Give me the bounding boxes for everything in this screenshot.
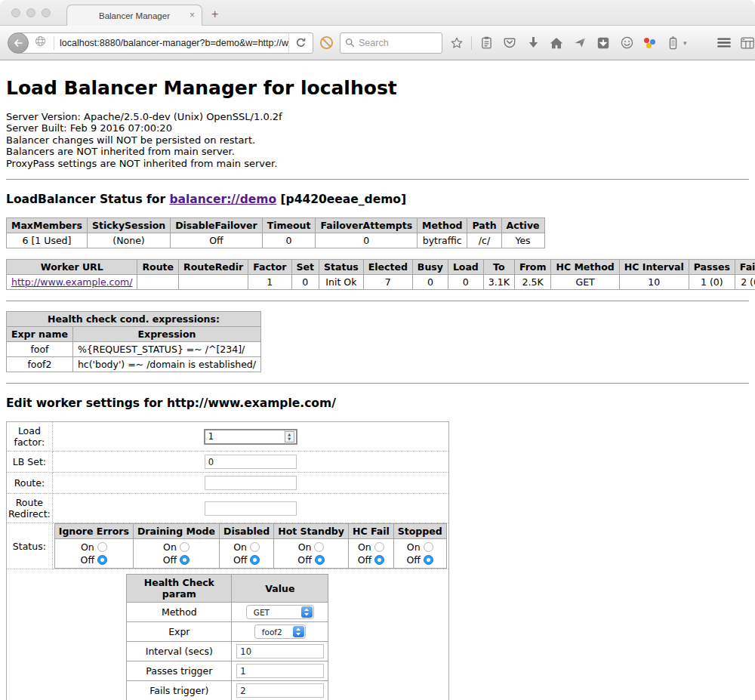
radio-label-off: Off: [406, 554, 420, 566]
battery-icon[interactable]: [666, 36, 680, 50]
zoom-window-button[interactable]: [42, 8, 51, 17]
cell-hc-method: GET: [551, 275, 619, 290]
column-header: Status: [319, 260, 364, 275]
home-icon[interactable]: [550, 36, 563, 50]
worker-url-link[interactable]: http://www.example.com/: [11, 276, 132, 288]
interval-input[interactable]: [236, 644, 324, 658]
hc-row-method: Method GET: [127, 603, 328, 622]
load-factor-input[interactable]: [205, 431, 285, 442]
cell-worker-url: http://www.example.com/: [7, 275, 137, 290]
hc-interval-label: Interval (secs): [127, 642, 232, 661]
cell-set: 0: [291, 275, 319, 290]
disabled-off-radio[interactable]: [250, 555, 260, 565]
disabled-on-radio[interactable]: [250, 542, 260, 552]
column-header: Expr name: [7, 327, 73, 342]
route-redirect-label: Route Redirect:: [7, 494, 53, 523]
draining-mode-radios: On Off: [133, 539, 219, 569]
ignore-errors-on-radio[interactable]: [97, 542, 107, 552]
route-input[interactable]: [205, 476, 297, 490]
route-redirect-input[interactable]: [205, 501, 297, 516]
status-col-ignore-errors: Ignore Errors: [54, 524, 133, 539]
column-header: HC Interval: [619, 260, 689, 275]
balancers-note-line: Balancers are NOT inherited from main se…: [6, 146, 749, 157]
cell-disablefailover: Off: [171, 233, 262, 248]
route-label: Route:: [7, 473, 53, 494]
balancer-status-heading: LoadBalancer Status for balancer://demo …: [6, 193, 749, 206]
passes-input[interactable]: [236, 664, 324, 678]
cell-busy: 0: [412, 275, 448, 290]
hamburger-menu-icon[interactable]: [717, 36, 731, 50]
route-redirect-cell: [52, 494, 448, 523]
tab-groups-icon[interactable]: [741, 36, 754, 50]
server-built-line: Server Built: Feb 9 2016 07:00:20: [6, 122, 749, 134]
bookmark-star-icon[interactable]: [450, 36, 464, 50]
number-stepper-icon[interactable]: ▲▼: [285, 431, 294, 443]
tab-title: Balancer Manager: [99, 11, 170, 20]
form-row-route: Route:: [7, 473, 449, 494]
hc-row-expr: Expr foof2: [127, 622, 328, 642]
back-button[interactable]: [8, 32, 29, 54]
hot-standby-off-radio[interactable]: [315, 555, 325, 565]
hot-standby-on-radio[interactable]: [314, 542, 324, 552]
draining-mode-on-radio[interactable]: [180, 542, 190, 552]
radio-label-off: Off: [163, 554, 177, 566]
save-to-device-icon[interactable]: [596, 36, 610, 50]
balancer-status-table: MaxMembers StickySession DisableFailover…: [6, 217, 545, 248]
method-select[interactable]: GET: [246, 605, 314, 619]
fails-input[interactable]: [236, 683, 324, 698]
status-radio-row: On Off On Off On Off: [54, 539, 446, 569]
hc-fail-radios: On Off: [348, 539, 393, 569]
chevron-down-icon[interactable]: ▾: [683, 39, 687, 47]
close-window-button[interactable]: [11, 8, 20, 17]
proxypass-note-line: ProxyPass settings are NOT inherited fro…: [6, 158, 749, 169]
radio-label-on: On: [233, 541, 247, 554]
table-header-row: Expr name Expression: [7, 327, 261, 342]
reading-list-icon[interactable]: [479, 36, 493, 50]
column-header: Fails: [735, 260, 755, 275]
disabled-radios: On Off: [220, 539, 274, 569]
hc-fail-on-radio[interactable]: [374, 542, 384, 552]
draining-mode-off-radio[interactable]: [180, 555, 190, 565]
health-check-cell: Health Check param Value Method GET: [7, 569, 449, 700]
hc-row-fails: Fails trigger): [127, 681, 328, 700]
column-header: Timeout: [262, 218, 316, 233]
ignore-errors-off-radio[interactable]: [97, 555, 107, 565]
tab-close-icon[interactable]: ×: [190, 10, 195, 20]
table-row: 6 [1 Used] (None) Off 0 0 bytraffic /c/ …: [7, 233, 545, 248]
select-arrows-icon: [293, 626, 304, 637]
column-header: MaxMembers: [7, 218, 88, 233]
column-header: HC Method: [551, 260, 619, 275]
hc-fail-off-radio[interactable]: [374, 555, 384, 565]
persist-note-line: Balancer changes will NOT be persisted o…: [6, 134, 749, 146]
divider: [6, 383, 749, 384]
new-tab-button[interactable]: +: [211, 8, 218, 21]
balancer-demo-link[interactable]: balancer://demo: [169, 193, 276, 206]
pocket-icon[interactable]: [503, 36, 516, 50]
send-tab-icon[interactable]: [573, 36, 587, 50]
reload-button[interactable]: [288, 33, 313, 53]
downloads-icon[interactable]: [526, 36, 540, 50]
smiley-icon[interactable]: [620, 36, 633, 50]
minimize-window-button[interactable]: [26, 8, 35, 17]
stopped-off-radio[interactable]: [424, 555, 433, 565]
expr-select[interactable]: foof2: [254, 624, 306, 639]
search-input[interactable]: [359, 38, 434, 48]
content-blocker-button[interactable]: [319, 35, 334, 50]
tab-balancer-manager[interactable]: Balancer Manager ×: [66, 5, 202, 26]
url-text[interactable]: localhost:8880/balancer-manager?b=demo&w…: [60, 38, 288, 48]
lb-set-input[interactable]: [205, 455, 297, 469]
table-caption-row: Health check cond. expressions:: [7, 312, 261, 327]
search-bar[interactable]: [340, 32, 442, 54]
hc-method-label: Method: [127, 603, 232, 622]
heading-prefix: LoadBalancer Status for: [6, 193, 169, 206]
form-row-load-factor: Load factor: ▲▼: [7, 422, 449, 452]
select-arrows-icon: [301, 606, 313, 618]
status-col-stopped: Stopped: [393, 524, 446, 539]
column-header: StickySession: [87, 218, 170, 233]
status-cell: Ignore Errors Draining Mode Disabled Hot…: [52, 523, 448, 569]
colored-dots-extension-icon[interactable]: [643, 37, 656, 49]
hc-header-row: Health Check param Value: [127, 575, 328, 603]
hot-standby-radios: On Off: [274, 539, 349, 569]
url-bar[interactable]: localhost:8880/balancer-manager?b=demo&w…: [17, 32, 313, 54]
stopped-on-radio[interactable]: [424, 542, 433, 552]
